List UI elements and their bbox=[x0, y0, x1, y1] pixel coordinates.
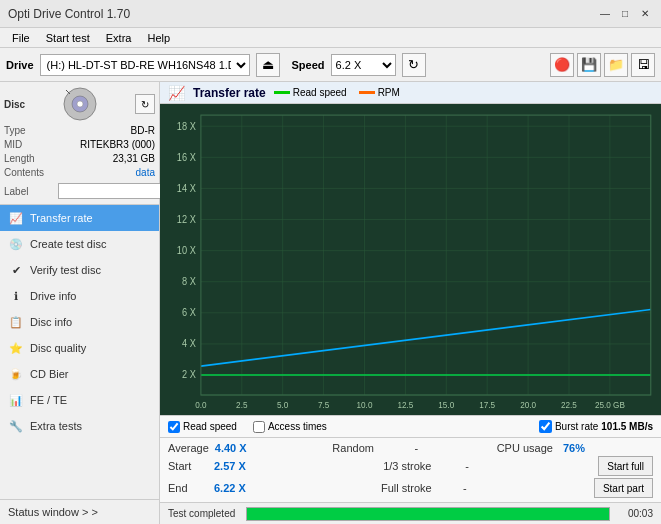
access-times-checkbox-label: Access times bbox=[268, 421, 327, 432]
nav-disc-info[interactable]: 📋 Disc info bbox=[0, 309, 159, 335]
cd-bier-icon: 🍺 bbox=[8, 366, 24, 382]
svg-point-2 bbox=[77, 101, 83, 107]
stats-row-3: End 6.22 X Full stroke - Start part bbox=[168, 478, 653, 498]
svg-text:22.5: 22.5 bbox=[561, 400, 577, 410]
toolbar-icon-4[interactable]: 🖫 bbox=[631, 53, 655, 77]
menu-start-test[interactable]: Start test bbox=[38, 28, 98, 48]
svg-text:2 X: 2 X bbox=[182, 369, 196, 380]
menu-extra[interactable]: Extra bbox=[98, 28, 140, 48]
nav-cd-bier-label: CD Bier bbox=[30, 368, 69, 380]
nav-cd-bier[interactable]: 🍺 CD Bier bbox=[0, 361, 159, 387]
disc-panel: Disc ↻ Type BD-R MID RITEKBR3 (000) bbox=[0, 82, 159, 205]
close-button[interactable]: ✕ bbox=[637, 6, 653, 22]
svg-text:8 X: 8 X bbox=[182, 276, 196, 287]
svg-text:15.0: 15.0 bbox=[438, 400, 454, 410]
eject-button[interactable]: ⏏ bbox=[256, 53, 280, 77]
status-window-button[interactable]: Status window > > bbox=[0, 499, 159, 524]
random-section: Random - bbox=[332, 442, 488, 454]
toolbar-icon-3[interactable]: 📁 bbox=[604, 53, 628, 77]
nav-transfer-rate-label: Transfer rate bbox=[30, 212, 93, 224]
disc-mid-value: RITEKBR3 (000) bbox=[80, 138, 155, 152]
cpu-label: CPU usage bbox=[497, 442, 553, 454]
menu-bar: File Start test Extra Help bbox=[0, 28, 661, 48]
disc-contents-value: data bbox=[136, 166, 155, 180]
nav-verify-test-disc-label: Verify test disc bbox=[30, 264, 101, 276]
average-label: Average bbox=[168, 442, 209, 454]
main-content: Disc ↻ Type BD-R MID RITEKBR3 (000) bbox=[0, 82, 661, 524]
disc-mid-label: MID bbox=[4, 138, 54, 152]
svg-text:5.0: 5.0 bbox=[277, 400, 289, 410]
random-label: Random bbox=[332, 442, 402, 454]
read-speed-checkbox-label: Read speed bbox=[183, 421, 237, 432]
svg-text:10.0: 10.0 bbox=[357, 400, 373, 410]
start-label: Start bbox=[168, 460, 208, 472]
read-speed-checkbox-item: Read speed bbox=[168, 421, 237, 433]
nav-disc-quality[interactable]: ⭐ Disc quality bbox=[0, 335, 159, 361]
legend-rpm: RPM bbox=[359, 87, 400, 98]
nav-transfer-rate[interactable]: 📈 Transfer rate bbox=[0, 205, 159, 231]
average-value: 4.40 X bbox=[215, 442, 255, 454]
nav-create-test-disc-label: Create test disc bbox=[30, 238, 106, 250]
toolbar-icon-1[interactable]: 🔴 bbox=[550, 53, 574, 77]
nav-extra-tests[interactable]: 🔧 Extra tests bbox=[0, 413, 159, 439]
stroke-1-3-section: 1/3 stroke - bbox=[383, 460, 590, 472]
legend-rpm-color bbox=[359, 91, 375, 94]
app-title: Opti Drive Control 1.70 bbox=[8, 7, 130, 21]
disc-type-label: Type bbox=[4, 124, 54, 138]
stats-row-1: Average 4.40 X Random - CPU usage 76% bbox=[168, 442, 653, 454]
chart-area: 18 X 16 X 14 X 12 X 10 X 8 X 6 X 4 X 2 X… bbox=[160, 104, 661, 415]
chart-controls: Read speed Access times Burst rate 101.5… bbox=[160, 415, 661, 437]
title-bar: Opti Drive Control 1.70 — □ ✕ bbox=[0, 0, 661, 28]
disc-contents-row: Contents data bbox=[4, 166, 155, 180]
read-speed-checkbox[interactable] bbox=[168, 421, 180, 433]
disc-quality-icon: ⭐ bbox=[8, 340, 24, 356]
access-times-checkbox[interactable] bbox=[253, 421, 265, 433]
toolbar: Drive (H:) HL-DT-ST BD-RE WH16NS48 1.D3 … bbox=[0, 48, 661, 82]
nav-disc-info-label: Disc info bbox=[30, 316, 72, 328]
nav-disc-quality-label: Disc quality bbox=[30, 342, 86, 354]
disc-refresh-button[interactable]: ↻ bbox=[135, 94, 155, 114]
svg-text:25.0 GB: 25.0 GB bbox=[595, 400, 625, 410]
refresh-button[interactable]: ↻ bbox=[402, 53, 426, 77]
stroke-1-3-label: 1/3 stroke bbox=[383, 460, 453, 472]
full-stroke-label: Full stroke bbox=[381, 482, 451, 494]
burst-rate-checkbox[interactable] bbox=[539, 420, 552, 433]
toolbar-right-icons: 🔴 💾 📁 🖫 bbox=[550, 53, 655, 77]
nav-fe-te[interactable]: 📊 FE / TE bbox=[0, 387, 159, 413]
restore-button[interactable]: □ bbox=[617, 6, 633, 22]
right-content: 📈 Transfer rate Read speed RPM bbox=[160, 82, 661, 524]
toolbar-icon-2[interactable]: 💾 bbox=[577, 53, 601, 77]
disc-type-value: BD-R bbox=[131, 124, 155, 138]
disc-contents-label: Contents bbox=[4, 166, 54, 180]
menu-help[interactable]: Help bbox=[139, 28, 178, 48]
menu-file[interactable]: File bbox=[4, 28, 38, 48]
burst-rate-section: Burst rate 101.5 MB/s bbox=[539, 420, 653, 433]
start-part-button[interactable]: Start part bbox=[594, 478, 653, 498]
svg-text:12 X: 12 X bbox=[177, 213, 196, 224]
random-value: - bbox=[408, 442, 424, 454]
end-label: End bbox=[168, 482, 208, 494]
nav-create-test-disc[interactable]: 💿 Create test disc bbox=[0, 231, 159, 257]
speed-select[interactable]: 6.2 X Max 4 X 2 X bbox=[331, 54, 396, 76]
disc-length-label: Length bbox=[4, 152, 54, 166]
nav-items: 📈 Transfer rate 💿 Create test disc ✔ Ver… bbox=[0, 205, 159, 499]
full-stroke-value: - bbox=[457, 482, 473, 494]
nav-drive-info[interactable]: ℹ Drive info bbox=[0, 283, 159, 309]
legend-rpm-label: RPM bbox=[378, 87, 400, 98]
progress-area: Test completed 00:03 bbox=[160, 502, 661, 524]
disc-icon bbox=[62, 86, 98, 122]
end-value: 6.22 X bbox=[214, 482, 254, 494]
disc-info-icon: 📋 bbox=[8, 314, 24, 330]
nav-verify-test-disc[interactable]: ✔ Verify test disc bbox=[0, 257, 159, 283]
minimize-button[interactable]: — bbox=[597, 6, 613, 22]
svg-text:7.5: 7.5 bbox=[318, 400, 330, 410]
svg-text:10 X: 10 X bbox=[177, 245, 196, 256]
svg-rect-3 bbox=[160, 104, 661, 415]
stats-area: Average 4.40 X Random - CPU usage 76% St… bbox=[160, 437, 661, 502]
start-full-button[interactable]: Start full bbox=[598, 456, 653, 476]
drive-select[interactable]: (H:) HL-DT-ST BD-RE WH16NS48 1.D3 bbox=[40, 54, 250, 76]
svg-text:14 X: 14 X bbox=[177, 182, 196, 193]
fe-te-icon: 📊 bbox=[8, 392, 24, 408]
progress-bar-container bbox=[246, 507, 610, 521]
svg-text:12.5: 12.5 bbox=[397, 400, 413, 410]
